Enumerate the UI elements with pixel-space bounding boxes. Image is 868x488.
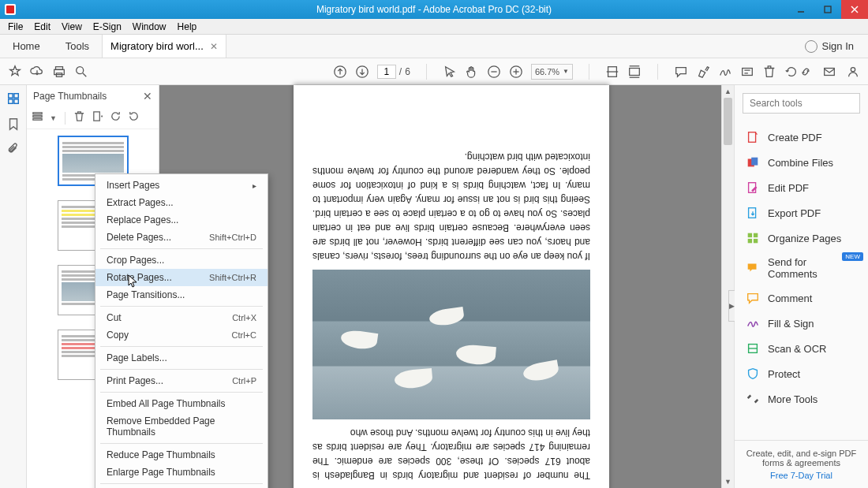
ctx-remove-thumbnails[interactable]: Remove Embedded Page Thumbnails: [95, 412, 268, 441]
menu-view[interactable]: View: [57, 20, 87, 34]
page-number-box[interactable]: / 6: [377, 65, 410, 79]
doc-para-1: The number of resident and migratory bir…: [312, 426, 590, 482]
thumb-newpage-icon[interactable]: [92, 110, 103, 125]
search-icon[interactable]: [74, 65, 88, 79]
ctx-extract-pages[interactable]: Extract Pages...: [95, 194, 268, 211]
page-current-input[interactable]: [377, 65, 396, 79]
context-menu: Insert Pages▸ Extract Pages... Replace P…: [95, 173, 268, 488]
highlight-icon[interactable]: [696, 65, 710, 79]
menu-edit[interactable]: Edit: [29, 20, 55, 34]
svg-rect-33: [751, 158, 758, 166]
new-badge: NEW: [842, 252, 863, 261]
page-sep: /: [399, 66, 402, 77]
share-link-icon[interactable]: [799, 65, 813, 79]
ctx-delete-pages[interactable]: Delete Pages...Shift+Ctrl+D: [95, 229, 268, 246]
delete-icon[interactable]: [762, 65, 776, 79]
svg-rect-24: [13, 94, 17, 98]
thumbnails-close-icon[interactable]: ✕: [143, 90, 152, 102]
tool-send-for-comments[interactable]: Send for CommentsNEW: [735, 251, 868, 285]
save-cloud-icon[interactable]: [30, 65, 44, 79]
ctx-replace-pages[interactable]: Replace Pages...: [95, 211, 268, 229]
ctx-reduce-thumbnails[interactable]: Reduce Page Thumbnails: [95, 446, 268, 464]
svg-rect-20: [743, 68, 753, 75]
thumb-delete-icon[interactable]: [73, 110, 85, 125]
zoom-out-icon[interactable]: [487, 65, 501, 79]
thumb-rotate-ccw-icon[interactable]: [110, 110, 122, 125]
tab-close-icon[interactable]: ✕: [210, 41, 218, 52]
menu-file[interactable]: File: [3, 20, 28, 34]
print-icon[interactable]: [52, 65, 66, 79]
prev-page-icon[interactable]: [333, 65, 347, 79]
account-icon[interactable]: [846, 65, 860, 79]
tool-organize-pages[interactable]: Organize Pages: [735, 225, 868, 251]
ctx-page-labels[interactable]: Page Labels...: [95, 349, 268, 367]
thumbnails-rail-icon[interactable]: [6, 91, 21, 106]
ctx-rotate-pages[interactable]: Rotate Pages...Shift+Ctrl+R: [95, 269, 268, 286]
ctx-copy[interactable]: CopyCtrl+C: [95, 326, 268, 344]
ctx-cut[interactable]: CutCtrl+X: [95, 309, 268, 326]
bookmark-rail-icon[interactable]: [6, 117, 21, 131]
attachment-rail-icon[interactable]: [6, 142, 21, 156]
svg-rect-5: [54, 69, 65, 74]
tool-combine-files[interactable]: Combine Files: [735, 150, 868, 175]
app-icon: [5, 4, 16, 15]
sign-in-button[interactable]: Sign In: [791, 35, 868, 58]
close-button[interactable]: [841, 0, 868, 19]
ctx-embed-thumbnails[interactable]: Embed All Page Thumbnails: [95, 395, 268, 412]
thumb-rotate-cw-icon[interactable]: [128, 110, 140, 125]
maximize-button[interactable]: [814, 0, 841, 19]
trial-promo: Create, edit, and e-sign PDF forms & agr…: [735, 440, 868, 488]
right-tools-panel: ▶ Create PDF Combine Files Edit PDF Expo…: [734, 85, 868, 488]
tool-comment[interactable]: Comment: [735, 285, 868, 311]
next-page-icon[interactable]: [355, 65, 369, 79]
ctx-insert-pages[interactable]: Insert Pages▸: [95, 177, 268, 194]
menu-help[interactable]: Help: [173, 20, 202, 34]
fit-width-icon[interactable]: [605, 65, 619, 79]
free-trial-link[interactable]: Free 7-Day Trial: [743, 471, 860, 480]
vertical-scrollbar[interactable]: ▲ ▼: [721, 85, 734, 488]
tool-protect[interactable]: Protect: [735, 361, 868, 386]
scroll-thumb[interactable]: [724, 98, 732, 145]
sign-icon[interactable]: [718, 65, 732, 79]
menu-window[interactable]: Window: [128, 20, 171, 34]
left-rail: [0, 85, 27, 488]
tool-edit-pdf[interactable]: Edit PDF: [735, 175, 868, 200]
scroll-up-icon[interactable]: ▲: [722, 85, 734, 98]
ctx-print-pages[interactable]: Print Pages...Ctrl+P: [95, 372, 268, 389]
search-tools-input[interactable]: [743, 93, 860, 114]
zoom-dropdown[interactable]: 66.7%▼: [531, 64, 573, 80]
comment-icon[interactable]: [674, 65, 688, 79]
svg-rect-17: [630, 68, 640, 75]
zoom-in-icon[interactable]: [509, 65, 523, 79]
tab-tools[interactable]: Tools: [53, 35, 102, 58]
ctx-enlarge-thumbnails[interactable]: Enlarge Page Thumbnails: [95, 464, 268, 481]
hand-tool-icon[interactable]: [465, 65, 479, 79]
tab-home[interactable]: Home: [0, 35, 53, 58]
tool-more-tools[interactable]: More Tools: [735, 386, 868, 412]
tool-scan-ocr[interactable]: Scan & OCR: [735, 336, 868, 361]
tool-fill-sign[interactable]: Fill & Sign: [735, 311, 868, 336]
tab-document[interactable]: Migratory bird worl... ✕: [102, 35, 226, 58]
stamp-icon[interactable]: [740, 65, 754, 79]
scroll-down-icon[interactable]: ▼: [722, 475, 734, 488]
tool-export-pdf[interactable]: Export PDF: [735, 200, 868, 225]
svg-rect-1: [825, 6, 831, 13]
svg-rect-35: [749, 208, 756, 218]
select-tool-icon[interactable]: [443, 65, 457, 79]
svg-rect-39: [754, 239, 758, 243]
tool-create-pdf[interactable]: Create PDF: [735, 125, 868, 150]
ctx-page-transitions[interactable]: Page Transitions...: [95, 286, 268, 304]
minimize-button[interactable]: [788, 0, 814, 19]
star-icon[interactable]: [8, 65, 22, 79]
collapse-right-panel-icon[interactable]: ▶: [728, 290, 735, 322]
email-icon[interactable]: [822, 65, 836, 79]
svg-rect-29: [33, 118, 42, 120]
main-toolbar: / 6 66.7%▼: [0, 58, 868, 85]
rotate-icon[interactable]: [784, 65, 799, 79]
thumb-options-icon[interactable]: [32, 110, 43, 125]
fit-page-icon[interactable]: [627, 65, 642, 79]
menu-esign[interactable]: E-Sign: [88, 20, 126, 34]
menu-bar: File Edit View E-Sign Window Help: [0, 19, 868, 35]
ctx-crop-pages[interactable]: Crop Pages...: [95, 251, 268, 269]
tab-row: Home Tools Migratory bird worl... ✕ Sign…: [0, 35, 868, 58]
